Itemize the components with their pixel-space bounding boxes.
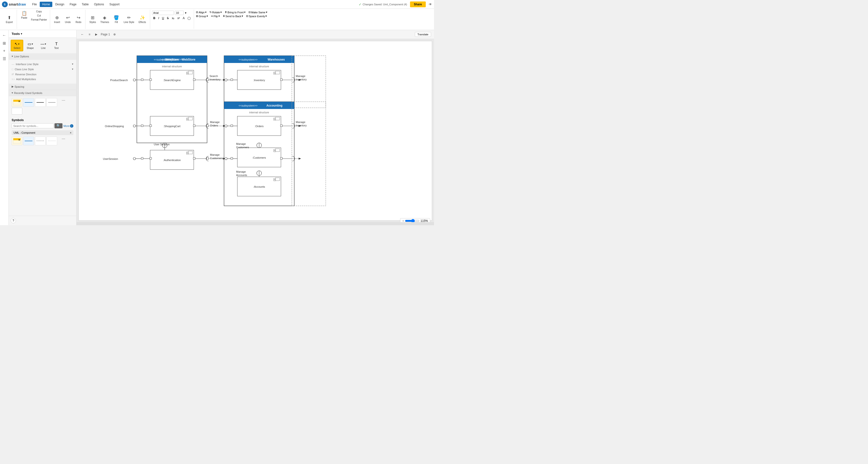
undo-button[interactable]: ↩ Undo xyxy=(63,14,73,25)
cut-button[interactable]: Cut xyxy=(30,14,48,18)
add-page-button[interactable]: ⊕ xyxy=(112,32,117,37)
back-nav-icon[interactable]: ← xyxy=(1,32,8,39)
send-to-back-button[interactable]: ⬇ Send to Back ▾ xyxy=(223,14,243,18)
recently-used-header[interactable]: ▾ Recently Used Symbols xyxy=(9,90,76,96)
layers-icon[interactable]: ☰ xyxy=(1,55,8,62)
h-scrollbar[interactable] xyxy=(76,222,434,225)
superscript-button[interactable]: x² xyxy=(176,16,181,20)
nav-support[interactable]: Support xyxy=(107,2,122,7)
font-color-button[interactable]: A xyxy=(181,16,186,20)
recent-symbol-3[interactable] xyxy=(35,98,45,107)
nav-file[interactable]: File xyxy=(30,2,39,7)
recent-symbol-5[interactable] xyxy=(11,108,22,115)
shapes-icon[interactable]: ⊞ xyxy=(1,40,8,47)
effects-button[interactable]: ✨ Effects xyxy=(136,14,148,25)
svg-rect-69 xyxy=(231,79,233,81)
translate-button[interactable]: Translate xyxy=(415,32,431,37)
line-options-header[interactable]: ▾ Line Options xyxy=(9,53,76,60)
spacing-header[interactable]: ▶ Spacing xyxy=(9,84,76,90)
make-same-button[interactable]: ⊟ Make Same ▾ xyxy=(248,11,268,14)
underline-button[interactable]: U xyxy=(161,16,165,20)
paste-label: Paste xyxy=(21,17,27,19)
recent-symbol-4[interactable] xyxy=(46,98,57,107)
share-button[interactable]: Share xyxy=(410,1,426,7)
align-label: Align xyxy=(198,11,205,14)
redo-button[interactable]: ↪ Redo xyxy=(73,14,83,25)
changes-saved: ✓ Changes Saved: Uml_Component (4) xyxy=(359,2,407,6)
nav-table[interactable]: Table xyxy=(80,2,91,7)
svg-rect-10 xyxy=(188,71,192,74)
class-line-arrow: ▾ xyxy=(72,68,73,71)
help-button[interactable]: ? xyxy=(11,218,16,223)
recent-symbol-2[interactable] xyxy=(23,98,34,107)
symbols-more-row[interactable]: — xyxy=(58,136,69,141)
canvas-back-button[interactable]: ← xyxy=(80,31,85,37)
symbol-item-1[interactable]: ⊞ xyxy=(11,136,22,145)
redo-icon: ↪ xyxy=(77,15,81,20)
svg-text:UserSession: UserSession xyxy=(103,157,118,160)
rotate-button[interactable]: ↻ Rotate ▾ xyxy=(210,11,222,14)
highlight-button[interactable]: ◯ xyxy=(186,16,192,20)
svg-rect-34 xyxy=(292,56,326,108)
group-button[interactable]: ⊞ Group ▾ xyxy=(196,14,208,18)
symbol-item-2[interactable] xyxy=(23,136,34,145)
bold-button[interactable]: B xyxy=(152,16,157,20)
select-tool[interactable]: ↖ ▾ Select xyxy=(11,40,23,51)
symbol-search-input[interactable] xyxy=(11,123,54,128)
add-multiplicities[interactable]: 1.1 Add Multiplicities xyxy=(11,77,73,82)
recent-symbols-more[interactable]: — xyxy=(58,98,69,102)
text-tool[interactable]: T Text xyxy=(51,40,62,51)
reverse-direction[interactable]: ⇄ Reverse Direction xyxy=(11,72,73,77)
align-button[interactable]: ⊟ Align ▾ xyxy=(196,11,206,14)
nav-options[interactable]: Options xyxy=(92,2,106,7)
fill-button[interactable]: 🪣 Fill xyxy=(112,14,121,25)
tools-panel: Tools ▾ ↖ ▾ Select ▭ ▾ Sh xyxy=(9,30,76,225)
styles-button[interactable]: ⊞ Styles xyxy=(87,14,98,25)
recent-symbol-1[interactable]: ⊞ xyxy=(11,98,22,107)
logo[interactable]: S smartdraw xyxy=(2,1,26,7)
expand-button[interactable]: ▶ xyxy=(94,32,99,37)
italic-button[interactable]: I xyxy=(157,16,160,20)
svg-rect-41 xyxy=(275,117,280,120)
eye-icon[interactable]: 👁 xyxy=(429,2,432,6)
space-evenly-button[interactable]: ⊟ Space Evenly ▾ xyxy=(246,14,267,18)
paste-button[interactable]: 📋 Paste xyxy=(19,10,30,20)
symbol-search-button[interactable]: 🔍 xyxy=(55,123,62,128)
font-name-input[interactable] xyxy=(152,11,174,15)
nav-page[interactable]: Page xyxy=(67,2,79,7)
line-style-button[interactable]: ✏ Line Style xyxy=(122,14,136,25)
interface-line-style[interactable]: — Interface Line Style ▾ xyxy=(11,62,73,67)
more-icon: i xyxy=(70,124,73,128)
add-icon[interactable]: + xyxy=(1,48,8,54)
svg-text:Orders: Orders xyxy=(210,124,218,127)
themes-button[interactable]: ◈ Themes xyxy=(98,14,111,25)
svg-rect-92 xyxy=(231,125,233,127)
flip-button[interactable]: ⇔ Flip ▾ xyxy=(211,14,220,18)
tag-close[interactable]: × xyxy=(70,131,71,134)
font-size-input[interactable] xyxy=(175,11,184,15)
nav-design[interactable]: Design xyxy=(53,2,67,7)
symbol-item-3[interactable] xyxy=(35,136,45,145)
rotate-label: Rotate xyxy=(212,11,220,14)
copy-button[interactable]: Copy xyxy=(30,10,48,13)
font-size-arrow[interactable]: ▼ xyxy=(185,11,187,14)
canvas-bg[interactable]: <<subsystem>> WebStore <<subsystem>> Web… xyxy=(76,39,434,225)
undo-label: Undo xyxy=(65,21,71,24)
subscript-button[interactable]: x₂ xyxy=(170,16,176,20)
line-tool[interactable]: — ▾ Line xyxy=(37,40,50,51)
insert-button[interactable]: ⊕ Insert xyxy=(52,14,62,25)
strikethrough-button[interactable]: S̶ xyxy=(166,16,170,20)
format-painter-button[interactable]: Format Painter xyxy=(30,18,48,22)
export-button[interactable]: ⬆ Export xyxy=(4,14,15,25)
bring-to-front-button[interactable]: ⬆ Bring to Front ▾ xyxy=(225,11,246,14)
canvas-surface[interactable]: <<subsystem>> WebStore <<subsystem>> Web… xyxy=(79,41,432,221)
more-link[interactable]: More i xyxy=(63,123,73,128)
tools-header[interactable]: Tools ▾ xyxy=(9,30,76,38)
svg-text:Warehouses: Warehouses xyxy=(268,58,285,61)
nav-home[interactable]: Home xyxy=(40,2,52,7)
paste-icon: 📋 xyxy=(22,11,27,16)
list-view-button[interactable]: ≡ xyxy=(87,32,92,37)
shape-tool[interactable]: ▭ ▾ Shape xyxy=(24,40,36,51)
symbol-item-4[interactable] xyxy=(46,136,57,145)
class-line-style[interactable]: □ Class Line Style ▾ xyxy=(11,67,73,72)
